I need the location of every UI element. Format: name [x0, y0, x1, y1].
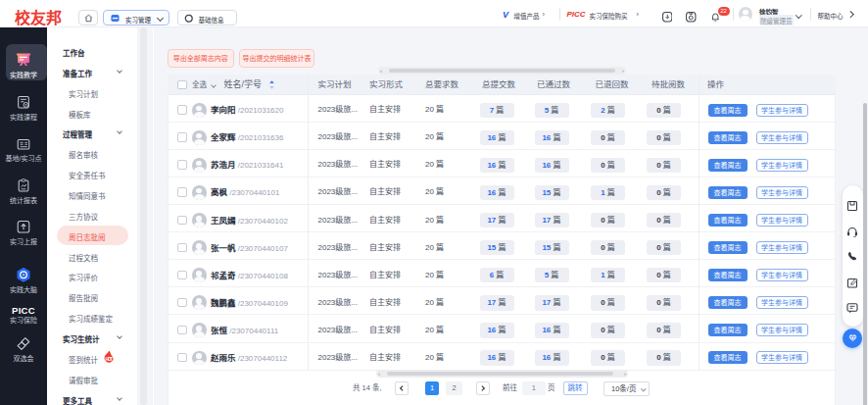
svg-text:HOT: HOT [106, 357, 114, 362]
